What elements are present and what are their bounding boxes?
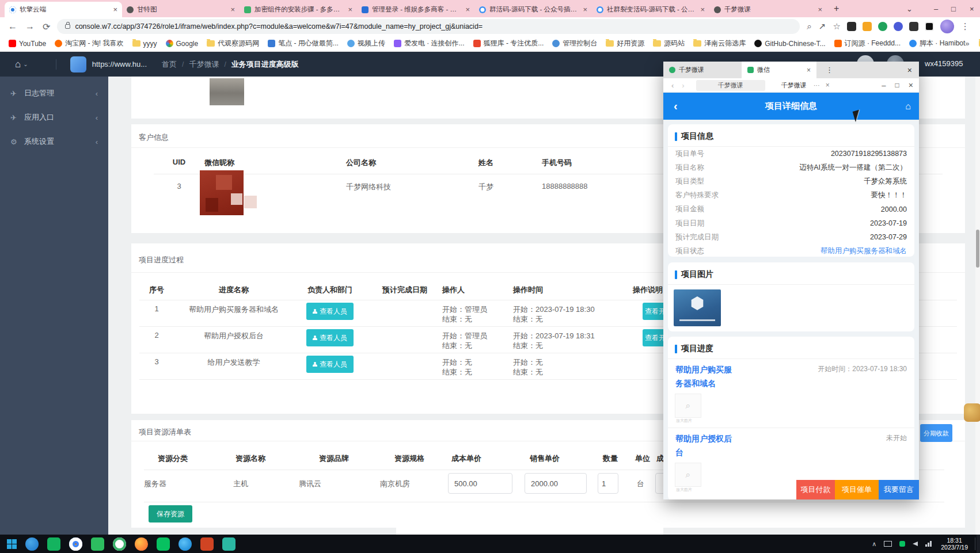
view-personnel-button[interactable]: 查看人员 (306, 356, 354, 373)
taskbar-wechat-icon[interactable] (157, 537, 170, 551)
start-button[interactable] (7, 539, 17, 549)
progress-entry-link[interactable]: 帮助用户授权后台 (675, 432, 735, 459)
tray-network-icon[interactable] (925, 541, 932, 547)
broken-image-placeholder[interactable]: ⌕ (675, 394, 701, 418)
bookmark-folder-source[interactable]: 代观察源码网 (207, 39, 259, 48)
miniprogram-tab[interactable]: 千梦微课 (696, 80, 765, 91)
view-personnel-button[interactable]: 查看人员 (306, 303, 354, 320)
tab-close-icon[interactable]: × (113, 5, 117, 14)
project-status-link[interactable]: 帮助用户购买服务器和域名 (821, 246, 907, 256)
bookmark-fox-lib[interactable]: 狐狸库 - 专注优质... (473, 39, 544, 48)
project-photo-thumbnail[interactable] (210, 78, 244, 105)
tab-close-icon[interactable]: × (807, 66, 811, 74)
bookmark-folder-zenan[interactable]: 泽南云筛选库 (693, 39, 746, 48)
window-close-icon[interactable]: × (907, 66, 912, 75)
project-payment-button[interactable]: 项目付款 (796, 480, 835, 499)
address-bar[interactable]: console.w7.cc/app/374726/role1/iframe/we… (57, 19, 800, 34)
browser-minimize-icon[interactable]: – (934, 0, 938, 17)
tab-more-icon[interactable]: ··· (814, 82, 820, 89)
breadcrumb-app[interactable]: 千梦微课 (189, 59, 219, 70)
price-input[interactable] (525, 473, 587, 494)
show-desktop-button[interactable] (977, 535, 980, 553)
cost-input[interactable] (448, 473, 512, 494)
padlock-icon[interactable] (65, 24, 70, 29)
taskbar-firefox-icon[interactable] (135, 537, 148, 551)
nav-forward-icon[interactable]: › (682, 81, 684, 90)
browser-menu-icon[interactable]: ⋮ (961, 21, 970, 32)
new-tab-button[interactable]: + (834, 0, 839, 17)
extension-indigo-icon[interactable] (894, 22, 903, 31)
bookmark-folder-useful[interactable]: 好用资源 (606, 39, 644, 48)
bookmark-youtube[interactable]: YouTube (9, 40, 46, 48)
browser-menu-caret-icon[interactable]: ⌄ (906, 0, 913, 17)
bookmark-feeddd[interactable]: 订阅源 · Feeddd... (834, 39, 901, 48)
bookmark-star-icon[interactable]: ☆ (833, 21, 840, 32)
url-text[interactable]: console.w7.cc/app/374726/role1/iframe/we… (75, 22, 483, 30)
taskbar-wps-icon[interactable] (222, 537, 235, 551)
tab-close-icon[interactable]: × (583, 5, 587, 14)
nav-back-icon[interactable]: ‹ (671, 81, 674, 90)
bookmark-video-upload[interactable]: 视频上传 (347, 39, 385, 48)
bookmark-afdian[interactable]: 爱发电 · 连接创作... (394, 39, 465, 48)
bookmark-folder-codesite[interactable]: 源码站 (653, 39, 685, 48)
reload-icon[interactable]: ⟳ (43, 21, 50, 32)
project-urge-button[interactable]: 项目催单 (835, 480, 879, 499)
browser-maximize-icon[interactable]: □ (951, 0, 956, 17)
bookmark-github[interactable]: GitHub-Chinese-T... (754, 40, 825, 48)
bookmark-bidian[interactable]: 笔点 - 用心做最简... (268, 39, 339, 48)
sticker-thumbnail[interactable] (964, 403, 980, 422)
miniprogram-tab-active[interactable]: 千梦微课 (781, 81, 807, 90)
wx-close-icon[interactable]: × (909, 81, 913, 90)
taskbar-evernote-icon[interactable] (91, 537, 104, 551)
taskbar-chrome-icon[interactable] (69, 537, 82, 551)
page-scrollbar[interactable] (975, 77, 980, 535)
profile-avatar[interactable] (940, 20, 954, 33)
tray-volume-icon[interactable] (913, 541, 918, 546)
page-back-icon[interactable]: ‹ (674, 100, 678, 113)
share-icon[interactable]: ↗ (819, 21, 826, 32)
scrollbar-thumb[interactable] (976, 230, 979, 268)
taskbar-edge-icon[interactable] (25, 537, 39, 551)
back-icon[interactable]: ← (8, 21, 17, 32)
tab-close-icon[interactable]: × (465, 5, 470, 14)
tab-close-icon[interactable]: × (348, 5, 352, 14)
taskbar-green-app-icon[interactable] (47, 537, 60, 551)
tab-close-icon[interactable]: × (818, 5, 822, 14)
tab-close-icon[interactable]: × (230, 5, 235, 14)
tab-crypto-steps[interactable]: 加密组件的安装步骤 - 多多商客 × (240, 2, 357, 17)
broken-image-placeholder[interactable]: ⌕ (675, 463, 701, 487)
qty-input[interactable] (598, 473, 618, 494)
extension-puzzle-icon[interactable] (909, 22, 918, 31)
leave-message-button[interactable]: 我要留言 (879, 480, 919, 499)
wx-maximize-icon[interactable]: □ (895, 81, 899, 89)
taskbar-360-icon[interactable] (178, 537, 192, 551)
tab-qianmeng[interactable]: 千梦微课 × (709, 2, 827, 17)
browser-close-icon[interactable]: × (970, 0, 974, 17)
bookmark-google[interactable]: Google (166, 40, 199, 48)
tab-gantt[interactable]: 甘特图 × (122, 2, 240, 17)
tray-expand-icon[interactable]: ∧ (872, 540, 876, 548)
home-caret-icon[interactable]: ⌄ (23, 61, 28, 67)
site-label[interactable]: https://www.hu... (92, 60, 147, 68)
app-icon[interactable] (70, 56, 86, 73)
extension-v-icon[interactable] (878, 22, 887, 31)
forward-icon[interactable]: → (25, 21, 35, 32)
tab-close-icon[interactable]: × (700, 5, 705, 14)
view-personnel-button[interactable]: 查看人员 (306, 329, 354, 346)
breadcrumb-home[interactable]: 首页 (162, 59, 177, 70)
bookmark-hamibot[interactable]: 脚本 · Hamibot (909, 39, 965, 48)
extension-panda-icon[interactable] (847, 22, 856, 31)
tray-wechat-icon[interactable] (899, 541, 905, 547)
save-resource-button[interactable]: 保存资源 (149, 505, 192, 523)
sidebar-item-app-entry[interactable]: ✈ 应用入口 ‹ (0, 105, 108, 129)
tray-monitor-icon[interactable] (884, 541, 892, 547)
taskbar-powerpoint-icon[interactable] (200, 537, 214, 551)
wechat-tab-qianmeng[interactable]: 千梦微课 (663, 62, 742, 78)
bookmark-console[interactable]: 管理控制台 (552, 39, 597, 48)
zoom-icon[interactable]: ⌕ (807, 21, 811, 32)
tab-soft-cloud[interactable]: 软擎云端 × (5, 2, 122, 17)
bookmarks-overflow-icon[interactable]: » (965, 39, 969, 48)
home-icon[interactable]: ⌂ (15, 59, 21, 70)
tab-group-code[interactable]: 群活码-源码下载 - 公众号插件商 × (474, 2, 592, 17)
tab-menu-icon[interactable]: ⋮ (826, 66, 833, 74)
